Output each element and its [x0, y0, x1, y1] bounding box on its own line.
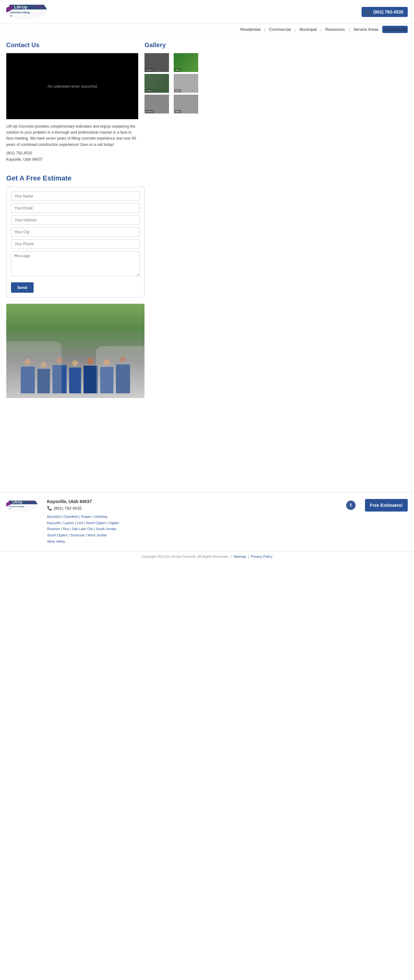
nav-bar: Residential | Commercial | Municipal | R…: [0, 24, 414, 35]
city-input[interactable]: [11, 228, 140, 237]
free-estimates-button[interactable]: Free Estimates!: [365, 499, 408, 512]
footer-logo[interactable]: Lift-Up Concrete Lifting, llc: [6, 499, 38, 514]
footer-links-row4: South Ogden | Syracuse | West Jordan: [47, 532, 337, 539]
person-5: [84, 358, 98, 393]
site-header: Lift-Up Concrete Lifting, llc 📞 (801) 79…: [0, 0, 414, 24]
company-description: Lift-Up Concrete provides complimentary …: [6, 124, 138, 148]
footer-logo-svg: Lift-Up Concrete Lifting, llc: [6, 499, 38, 513]
video-player[interactable]: An unknown error occurred: [6, 53, 138, 119]
form-section: Get A Free Estimate Send: [0, 174, 151, 298]
nav-residential[interactable]: Residential: [238, 26, 262, 33]
send-button[interactable]: Send: [11, 282, 33, 293]
footer-phone-row: 📞 (801) 792-4535: [47, 506, 337, 511]
main-content: Contact Us An unknown error occurred Lif…: [0, 35, 207, 168]
gallery-thumb-3[interactable]: before: [144, 74, 169, 93]
footer-links-row3: Riverton | Roy | Salt Lake City | South …: [47, 526, 337, 532]
gallery-grid: before after before after before after: [144, 53, 201, 113]
top-phone[interactable]: 📞 (801) 792-4535: [362, 7, 408, 17]
message-input[interactable]: [11, 251, 140, 276]
footer-main: Lift-Up Concrete Lifting, llc Kaysville,…: [0, 492, 414, 551]
gallery-thumb-6[interactable]: after: [174, 95, 198, 113]
facebook-icon[interactable]: f: [346, 501, 355, 510]
phone-number: (801) 792-4535: [373, 10, 403, 14]
nav-contact-button[interactable]: Contact Us: [382, 26, 408, 33]
contact-address: Kaysville, Utah 84037: [6, 157, 138, 162]
gallery-thumb-1[interactable]: before: [144, 53, 169, 72]
footer-info: Kaysville, Utah 84037 📞 (801) 792-4535 B…: [47, 499, 337, 545]
svg-text:llc: llc: [10, 14, 13, 17]
footer-social: f: [346, 499, 355, 510]
gallery-thumb-2[interactable]: after: [174, 53, 198, 72]
team-photo: [6, 304, 144, 398]
person-4: [69, 360, 81, 393]
footer-bottom: Copyright 2013 by Lift-Up Concrete. All …: [0, 551, 414, 562]
nav-commercial[interactable]: Commercial: [267, 26, 293, 33]
gallery-section: Gallery before after before after before…: [144, 41, 201, 168]
svg-text:Lift-Up: Lift-Up: [12, 501, 22, 504]
left-column: Contact Us An unknown error occurred Lif…: [6, 41, 138, 168]
content-spacer: [0, 398, 414, 492]
footer-links-row2: Kaysville | Layton | Lehi | North Ogden …: [47, 520, 337, 526]
footer-links-row5: West Valley: [47, 539, 337, 545]
svg-text:Concrete Lifting,: Concrete Lifting,: [9, 505, 24, 508]
logo-svg: Lift-Up Concrete Lifting, llc: [6, 3, 47, 21]
contact-title: Contact Us: [6, 41, 138, 49]
nav-resources[interactable]: Resources: [324, 26, 347, 33]
phone-input[interactable]: [11, 239, 140, 249]
video-error-text: An unknown error occurred: [48, 84, 97, 89]
svg-text:Lift-Up: Lift-Up: [14, 5, 27, 10]
form-wrapper: Send: [6, 187, 144, 298]
form-title: Get A Free Estimate: [6, 174, 144, 182]
privacy-link[interactable]: Privacy Policy: [251, 555, 272, 558]
logo[interactable]: Lift-Up Concrete Lifting, llc: [6, 3, 47, 21]
nav-service-areas[interactable]: Service Areas: [352, 26, 381, 33]
team-photo-container: [6, 304, 144, 398]
footer-city: Kaysville, Utah 84037: [47, 499, 337, 504]
footer-phone-icon: 📞: [47, 506, 52, 511]
phone-icon: 📞: [366, 10, 371, 14]
svg-text:llc: llc: [9, 508, 11, 510]
gallery-thumb-4[interactable]: after: [174, 74, 198, 93]
svg-text:Concrete Lifting,: Concrete Lifting,: [10, 11, 30, 14]
copyright-text: Copyright 2013 by Lift-Up Concrete. All …: [142, 555, 229, 558]
footer-links: Bountiful | Clearfield | Draper | Hollad…: [47, 514, 337, 545]
sitemap-link[interactable]: Sitemap: [233, 555, 246, 558]
nav-municipal[interactable]: Municipal: [297, 26, 319, 33]
email-input[interactable]: [11, 204, 140, 213]
contact-phone: (801) 792-4535: [6, 151, 138, 155]
gallery-title: Gallery: [144, 41, 201, 49]
footer-links-row1: Bountiful | Clearfield | Draper | Hollad…: [47, 514, 337, 520]
name-input[interactable]: [11, 191, 140, 201]
footer-phone-number: (801) 792-4535: [54, 506, 82, 511]
address-input[interactable]: [11, 215, 140, 225]
gallery-thumb-5[interactable]: before: [144, 95, 169, 113]
